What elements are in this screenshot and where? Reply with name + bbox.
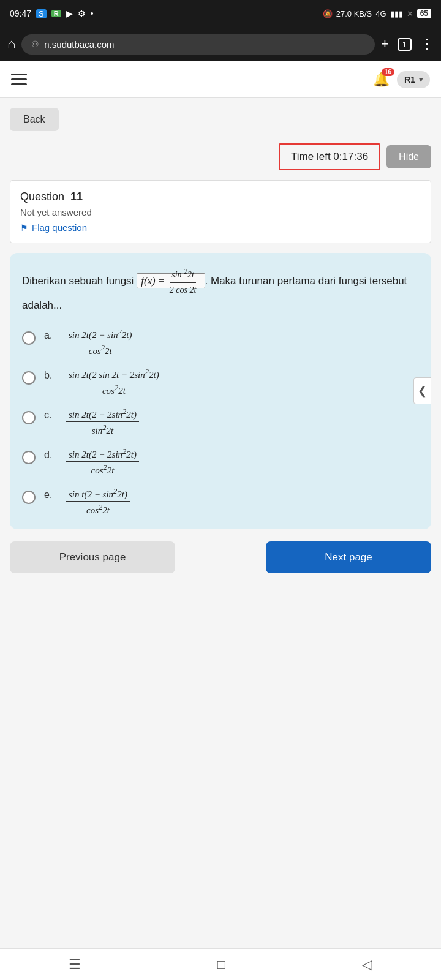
option-content-e: sin t(2 − sin22t) cos22t	[66, 487, 130, 516]
bottom-nav: ☰ □ ◁	[0, 948, 441, 980]
fraction-c-num: sin 2t(2 − 2sin22t)	[66, 407, 139, 422]
option-label-a: a.	[44, 328, 58, 341]
user-button[interactable]: R1 ▾	[397, 71, 430, 88]
status-time: 09:47	[10, 9, 31, 18]
dot-icon: •	[91, 9, 94, 18]
function-expression: f(x) = sin 22t 2 cos 2t	[137, 273, 205, 288]
network-speed: 27.0 KB/S	[336, 9, 372, 18]
fraction-e-num: sin t(2 − sin22t)	[66, 487, 130, 502]
s-icon: S	[36, 9, 47, 18]
option-label-e: e.	[44, 487, 58, 500]
fraction-b: sin 2t(2 sin 2t − 2sin22t) cos22t	[66, 368, 162, 396]
fraction-b-num: sin 2t(2 sin 2t − 2sin22t)	[66, 368, 162, 382]
tab-count[interactable]: 1	[398, 38, 412, 51]
chevron-down-icon: ▾	[419, 75, 423, 84]
settings-icon: ⚙	[78, 9, 86, 18]
fraction-b-den: cos22t	[100, 382, 128, 396]
option-e: e. sin t(2 − sin22t) cos22t	[22, 487, 419, 516]
radio-a[interactable]	[22, 331, 36, 345]
browser-bar: ⌂ ⚇ n.sudutbaca.com + 1 ⋮	[0, 27, 441, 61]
previous-page-button[interactable]: Previous page	[10, 541, 175, 573]
bell-mute-icon: 🔕	[323, 9, 333, 18]
options-list: a. sin 2t(2 − sin22t) cos22t b. sin 2t	[22, 328, 419, 516]
question-text: Diberikan sebuah fungsi f(x) = sin 22t 2…	[22, 266, 419, 314]
question-word: Question	[20, 190, 64, 203]
option-b: b. sin 2t(2 sin 2t − 2sin22t) cos22t	[22, 368, 419, 396]
more-options-icon[interactable]: ⋮	[420, 36, 434, 52]
back-button[interactable]: Back	[10, 108, 59, 131]
app-header: 🔔 16 R1 ▾	[0, 61, 441, 98]
option-content-d: sin 2t(2 − 2sin22t) cos22t	[66, 447, 139, 476]
radio-d[interactable]	[22, 451, 36, 464]
home-nav-icon[interactable]: □	[217, 957, 225, 973]
option-a: a. sin 2t(2 − sin22t) cos22t	[22, 328, 419, 356]
fraction-c: sin 2t(2 − 2sin22t) sin22t	[66, 407, 139, 436]
fraction-c-den: sin22t	[89, 422, 116, 436]
add-tab-icon[interactable]: +	[381, 36, 389, 52]
question-card: Question 11 Not yet answered ⚑ Flag ques…	[10, 180, 431, 243]
home-icon[interactable]: ⌂	[7, 36, 15, 52]
question-status: Not yet answered	[20, 207, 421, 217]
timer-row: Time left 0:17:36 Hide	[10, 143, 431, 170]
browser-actions: + 1 ⋮	[381, 36, 434, 52]
radio-c[interactable]	[22, 411, 36, 424]
url-bar[interactable]: ⚇ n.sudutbaca.com	[21, 34, 375, 55]
notification-button[interactable]: 🔔 16	[373, 72, 390, 88]
fraction-d-den: cos22t	[89, 462, 117, 476]
hide-button[interactable]: Hide	[386, 145, 431, 168]
timer-display: Time left 0:17:36	[279, 143, 380, 170]
menu-icon[interactable]: ☰	[69, 957, 81, 973]
radio-e[interactable]	[22, 491, 36, 504]
option-content-a: sin 2t(2 − sin22t) cos22t	[66, 328, 135, 356]
option-label-c: c.	[44, 407, 58, 421]
lock-icon: ⚇	[31, 39, 39, 49]
navigation-row: Previous page Next page	[10, 541, 431, 573]
option-content-c: sin 2t(2 − 2sin22t) sin22t	[66, 407, 139, 436]
notification-badge: 16	[382, 68, 394, 76]
option-content-b: sin 2t(2 sin 2t − 2sin22t) cos22t	[66, 368, 162, 396]
youtube-icon: ▶	[66, 9, 73, 18]
radio-b[interactable]	[22, 371, 36, 385]
signal-icon: ▮▮▮	[390, 9, 403, 18]
fraction-e: sin t(2 − sin22t) cos22t	[66, 487, 130, 516]
status-bar: 09:47 S R ▶ ⚙ • 🔕 27.0 KB/S 4G ▮▮▮ ✕ 65	[0, 0, 441, 27]
flag-label: Flag question	[32, 222, 87, 233]
option-label-d: d.	[44, 447, 58, 461]
main-content: Back Time left 0:17:36 Hide Question 11 …	[0, 98, 441, 583]
flag-question-link[interactable]: ⚑ Flag question	[20, 222, 421, 233]
option-label-b: b.	[44, 368, 58, 381]
fraction-d-num: sin 2t(2 − 2sin22t)	[66, 447, 139, 462]
collapse-arrow-button[interactable]: ❮	[413, 377, 431, 404]
status-badge-green: R	[51, 10, 61, 17]
fraction-a-num: sin 2t(2 − sin22t)	[66, 328, 135, 342]
status-left: 09:47 S R ▶ ⚙ •	[10, 9, 94, 18]
battery-badge: 65	[417, 9, 431, 18]
network-type: 4G	[375, 9, 386, 18]
hamburger-menu[interactable]	[11, 74, 27, 85]
url-text: n.sudutbaca.com	[44, 39, 114, 50]
signal-x-icon: ✕	[407, 9, 413, 18]
fraction-a: sin 2t(2 − sin22t) cos22t	[66, 328, 135, 356]
fraction-e-den: cos22t	[84, 502, 112, 516]
option-d: d. sin 2t(2 − 2sin22t) cos22t	[22, 447, 419, 476]
flag-icon: ⚑	[20, 223, 28, 233]
back-nav-icon[interactable]: ◁	[362, 957, 372, 973]
user-label: R1	[404, 75, 415, 85]
fraction-a-den: cos22t	[86, 342, 115, 356]
question-number: 11	[70, 190, 83, 203]
header-right: 🔔 16 R1 ▾	[373, 71, 430, 88]
fraction-d: sin 2t(2 − 2sin22t) cos22t	[66, 447, 139, 476]
next-page-button[interactable]: Next page	[266, 541, 431, 573]
question-text-prefix: Diberikan sebuah fungsi	[22, 275, 134, 287]
option-c: c. sin 2t(2 − 2sin22t) sin22t	[22, 407, 419, 436]
answer-card-wrapper: Diberikan sebuah fungsi f(x) = sin 22t 2…	[10, 253, 431, 529]
status-right: 🔕 27.0 KB/S 4G ▮▮▮ ✕ 65	[323, 9, 431, 18]
answer-card: Diberikan sebuah fungsi f(x) = sin 22t 2…	[10, 253, 431, 529]
question-label: Question 11	[20, 190, 421, 203]
